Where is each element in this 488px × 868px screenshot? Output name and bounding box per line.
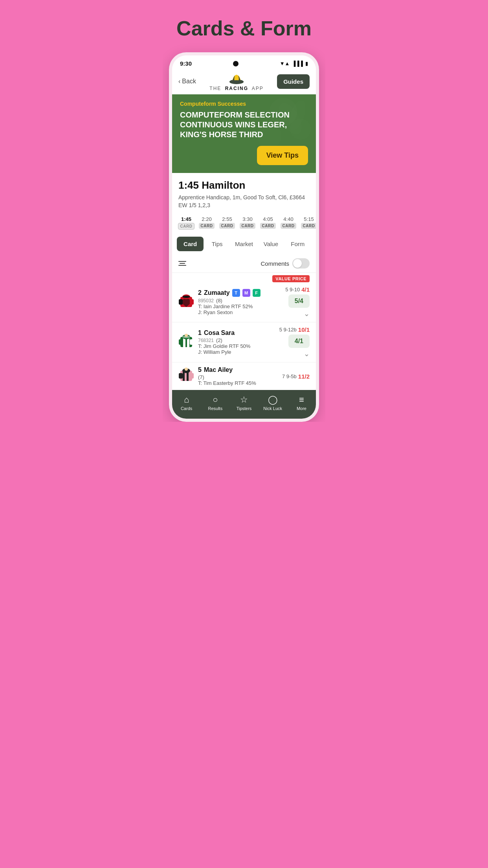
race-header: 1:45 Hamilton Apprentice Handicap, 1m, G… bbox=[172, 173, 316, 212]
horse-id: 895032 bbox=[198, 298, 214, 303]
comments-toggle-area: Comments bbox=[261, 258, 310, 268]
horse-jockey: J: Ryan Sexton bbox=[198, 309, 270, 315]
svg-rect-25 bbox=[190, 373, 194, 379]
horse-name: Mac Ailey bbox=[204, 366, 233, 373]
horse-number: 2 bbox=[198, 289, 202, 296]
nav-results-label: Results bbox=[208, 406, 222, 411]
nav-more[interactable]: ≡ More bbox=[287, 393, 316, 412]
silks-zumaaty bbox=[178, 294, 194, 311]
app-header: ‹ Back THE bbox=[172, 70, 316, 94]
horse-name: Zumaaty bbox=[204, 289, 230, 296]
home-icon: ⌂ bbox=[184, 395, 189, 405]
svg-point-20 bbox=[185, 334, 188, 337]
logo-icon bbox=[229, 72, 244, 86]
horse-entry-macailey[interactable]: 5 Mac Ailey (7) T: Tim Easterby RTF 45% … bbox=[172, 362, 316, 390]
tab-tips[interactable]: Tips bbox=[204, 237, 230, 251]
app-logo: THE RACING APP bbox=[209, 72, 263, 91]
status-bar: 9:30 ▼▲ ▐▐▐ ▮ bbox=[172, 55, 316, 70]
horse-trainer: T: Tim Easterby RTF 45% bbox=[198, 380, 270, 386]
svg-point-27 bbox=[185, 368, 188, 371]
value-price-row: VALUE PRICE bbox=[172, 273, 316, 282]
phone-frame: 9:30 ▼▲ ▐▐▐ ▮ ‹ Back bbox=[169, 52, 319, 422]
race-time-440[interactable]: 4:40 CARD bbox=[280, 216, 297, 230]
comments-label: Comments bbox=[261, 260, 289, 267]
filter-bar: Comments bbox=[172, 254, 316, 273]
race-time-515[interactable]: 5:15 CARD bbox=[300, 216, 316, 230]
horse-number: 1 bbox=[198, 329, 202, 337]
expand-arrow-icon[interactable]: ⌄ bbox=[304, 309, 310, 318]
banner-title: COMPUTEFORM SELECTION CONTINUOUS WINS LE… bbox=[180, 110, 308, 140]
horse-stats-macailey: 7 9-5b 11/2 bbox=[274, 373, 310, 380]
place-bet-button-zumaaty[interactable]: 5/4 bbox=[288, 294, 310, 308]
nav-results[interactable]: ○ Results bbox=[201, 393, 229, 412]
horse-odds: 11/2 bbox=[298, 373, 310, 380]
battery-icon: ▮ bbox=[305, 61, 308, 66]
silks-macailey bbox=[178, 368, 194, 385]
nav-more-label: More bbox=[297, 406, 306, 411]
svg-rect-9 bbox=[179, 299, 183, 305]
person-icon: ◯ bbox=[268, 395, 278, 405]
svg-point-1 bbox=[229, 80, 244, 83]
horse-jockey: J: William Pyle bbox=[198, 349, 270, 355]
race-time-145[interactable]: 1:45 CARD bbox=[178, 216, 195, 230]
back-button[interactable]: ‹ Back bbox=[178, 78, 196, 85]
race-times-bar: 1:45 CARD 2:20 CARD 2:55 CARD 3:30 CARD … bbox=[172, 212, 316, 234]
tab-card[interactable]: Card bbox=[177, 237, 204, 251]
horse-entry-cosasara[interactable]: 1 Cosa Sara 768321 (2) T: Jim Goldie RTF… bbox=[172, 322, 316, 362]
banner-subtitle: Computeform Successes bbox=[180, 101, 308, 107]
tab-value[interactable]: Value bbox=[257, 237, 284, 251]
svg-rect-16 bbox=[179, 339, 183, 345]
horse-info-zumaaty: 2 Zumaaty T M F 895032 (8) T: Iain Jardi… bbox=[198, 289, 270, 315]
guides-button[interactable]: Guides bbox=[277, 74, 310, 89]
camera-dot bbox=[233, 61, 238, 66]
horse-odds: 4/1 bbox=[301, 286, 310, 293]
phone-inner: 9:30 ▼▲ ▐▐▐ ▮ ‹ Back bbox=[172, 55, 316, 419]
tab-market[interactable]: Market bbox=[231, 237, 257, 251]
search-icon: ○ bbox=[213, 395, 218, 405]
horse-info-macailey: 5 Mac Ailey (7) T: Tim Easterby RTF 45% bbox=[198, 366, 270, 386]
logo-the: THE bbox=[209, 86, 221, 91]
expand-arrow-icon[interactable]: ⌄ bbox=[304, 349, 310, 358]
horse-stats-zumaaty: 5 9-10 4/1 5/4 ⌄ bbox=[274, 286, 310, 318]
horse-odds: 10/1 bbox=[298, 326, 310, 333]
race-details: Apprentice Handicap, 1m, Good To Soft, C… bbox=[178, 194, 310, 209]
svg-rect-24 bbox=[179, 373, 183, 379]
race-time-330[interactable]: 3:30 CARD bbox=[239, 216, 256, 230]
logo-app: APP bbox=[252, 86, 264, 91]
svg-point-12 bbox=[182, 296, 190, 298]
signal-icon: ▐▐▐ bbox=[292, 61, 303, 66]
more-icon: ≡ bbox=[299, 395, 304, 405]
place-bet-button-cosasara[interactable]: 4/1 bbox=[288, 335, 310, 348]
nav-cards[interactable]: ⌂ Cards bbox=[172, 393, 201, 412]
nav-tipsters[interactable]: ☆ Tipsters bbox=[229, 393, 258, 412]
nav-nickluck[interactable]: ◯ Nick Luck bbox=[259, 393, 287, 412]
page-title: Cards & Form bbox=[169, 8, 319, 52]
horse-stats-cosasara: 5 9-12b 10/1 4/1 ⌄ bbox=[274, 326, 310, 358]
race-time-220[interactable]: 2:20 CARD bbox=[198, 216, 215, 230]
status-time: 9:30 bbox=[180, 60, 192, 67]
view-tips-button[interactable]: View Tips bbox=[257, 146, 308, 165]
value-price-badge: VALUE PRICE bbox=[272, 275, 310, 282]
horse-entry-zumaaty[interactable]: 2 Zumaaty T M F 895032 (8) T: Iain Jardi… bbox=[172, 282, 316, 322]
back-label: Back bbox=[182, 78, 196, 85]
horse-number: 5 bbox=[198, 366, 202, 373]
bottom-nav: ⌂ Cards ○ Results ☆ Tipsters ◯ Nick Luck… bbox=[172, 390, 316, 419]
silks-cosasara bbox=[178, 334, 194, 351]
wifi-icon: ▼▲ bbox=[280, 61, 290, 66]
race-time-405[interactable]: 4:05 CARD bbox=[259, 216, 277, 230]
status-icons: ▼▲ ▐▐▐ ▮ bbox=[280, 61, 308, 66]
comments-toggle[interactable] bbox=[292, 258, 310, 268]
badge-t: T bbox=[232, 289, 240, 297]
svg-rect-10 bbox=[190, 299, 194, 305]
nav-tipsters-label: Tipsters bbox=[237, 406, 252, 411]
race-title: 1:45 Hamilton bbox=[178, 179, 310, 191]
promo-banner: Computeform Successes COMPUTEFORM SELECT… bbox=[172, 94, 316, 173]
race-time-255[interactable]: 2:55 CARD bbox=[218, 216, 236, 230]
horse-info-cosasara: 1 Cosa Sara 768321 (2) T: Jim Goldie RTF… bbox=[198, 329, 270, 355]
horse-trainer: T: Iain Jardine RTF 52% bbox=[198, 303, 270, 309]
nav-cards-label: Cards bbox=[181, 406, 192, 411]
filter-icon[interactable] bbox=[178, 261, 186, 266]
tab-form[interactable]: Form bbox=[284, 237, 311, 251]
chevron-left-icon: ‹ bbox=[178, 78, 180, 85]
horse-draw: (8) bbox=[216, 298, 222, 303]
